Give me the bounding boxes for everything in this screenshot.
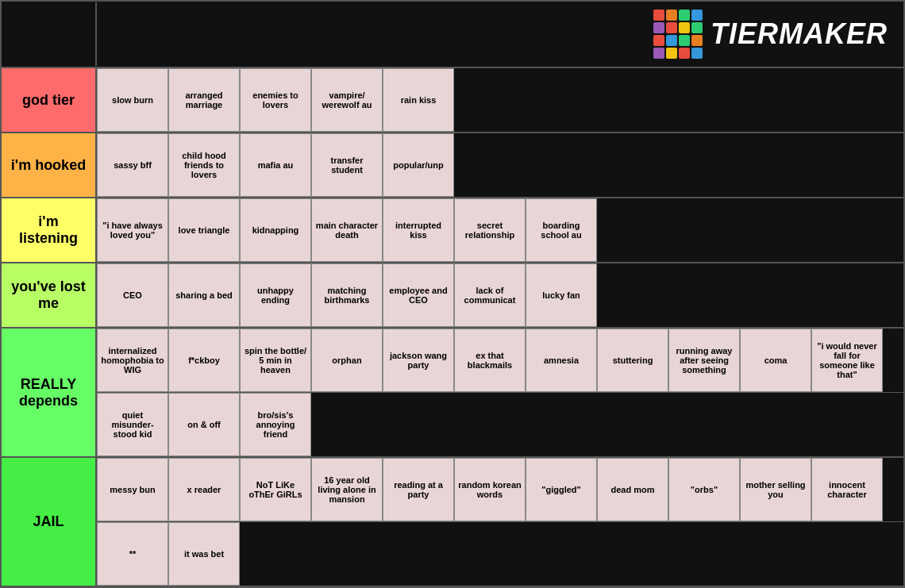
logo-grid-cell	[679, 48, 690, 59]
tier-row-2-0: "i have always loved you"love triangleki…	[97, 198, 903, 262]
logo-text: TiERMAKER	[711, 17, 888, 51]
tier-item: CEO	[97, 263, 168, 327]
tier-item: ex that blackmails	[454, 329, 526, 392]
tier-item: it was bet	[168, 522, 240, 586]
tier-item: arranged marriage	[168, 68, 240, 132]
tier-item: messy bun	[97, 458, 168, 521]
tier-row-spacer	[454, 133, 903, 197]
tier-group-3: you've lost meCEOsharing a bedunhappy en…	[2, 263, 903, 329]
logo-grid-cell	[653, 35, 664, 46]
tier-label-4: REALLY depends	[2, 329, 97, 456]
tier-row-spacer	[240, 522, 903, 586]
tier-rows-3: CEOsharing a bedunhappy endingmatching b…	[97, 263, 903, 327]
tier-item: employee and CEO	[383, 263, 454, 327]
logo-container: TiERMAKER	[653, 10, 888, 59]
tier-item: running away after seeing something	[668, 329, 740, 392]
tier-rows-1: sassy bffchild hood friends to loversmaf…	[97, 133, 903, 197]
tier-item: jackson wang party	[383, 329, 454, 392]
tier-group-2: i'm listening"i have always loved you"lo…	[2, 198, 903, 263]
tier-item: coma	[740, 329, 811, 392]
tier-item: transfer student	[311, 133, 383, 197]
logo-grid-cell	[691, 35, 703, 46]
tier-label-5: JAIL	[2, 458, 97, 586]
logo-grid-cell	[691, 22, 703, 33]
tier-row-spacer	[597, 263, 903, 327]
tier-label-3: you've lost me	[2, 263, 97, 327]
tier-item: lack of communicat	[454, 263, 526, 327]
tier-row-spacer	[883, 329, 903, 392]
tier-item: slow burn	[97, 68, 168, 132]
tier-item: stuttering	[597, 329, 668, 392]
tier-row-4-1: quiet misunder-stood kidon & offbro/sis'…	[97, 393, 903, 456]
tier-item: spin the bottle/ 5 min in heaven	[240, 329, 311, 392]
tier-row-0-0: slow burnarranged marriageenemies to lov…	[97, 68, 903, 132]
tier-group-0: god tierslow burnarranged marriageenemie…	[2, 68, 903, 133]
tier-group-4: REALLY dependsinternalized homophobia to…	[2, 329, 903, 458]
tier-row-4-0: internalized homophobia to WIGf*ckboyspi…	[97, 329, 903, 393]
tier-item: **	[97, 522, 168, 586]
tier-item: child hood friends to lovers	[168, 133, 240, 197]
logo-grid-cell	[666, 48, 677, 59]
tier-item: x reader	[168, 458, 240, 521]
tier-item: random korean words	[454, 458, 526, 521]
tier-label-1: i'm hooked	[2, 133, 97, 197]
tier-item: matching birthmarks	[311, 263, 383, 327]
tier-label-2: i'm listening	[2, 198, 97, 262]
tier-item: quiet misunder-stood kid	[97, 393, 168, 456]
tier-item: "giggled"	[526, 458, 597, 521]
tier-item: 16 year old living alone in mansion	[311, 458, 383, 521]
tier-item: sassy bff	[97, 133, 168, 197]
tier-item: "i have always loved you"	[97, 198, 168, 262]
tier-row-5-0: messy bunx readerNoT LiKe oThEr GiRLs16 …	[97, 458, 903, 522]
tier-item: mother selling you	[740, 458, 811, 521]
logo-grid-cell	[653, 48, 664, 59]
header-row: TiERMAKER	[2, 2, 903, 68]
tier-item: secret relationship	[454, 198, 526, 262]
logo-grid-cell	[679, 22, 690, 33]
tier-item: popular/unp	[383, 133, 454, 197]
logo-grid-cell	[666, 35, 677, 46]
tier-item: internalized homophobia to WIG	[97, 329, 168, 392]
tier-item: rain kiss	[383, 68, 454, 132]
tier-row-spacer	[883, 458, 903, 521]
tier-row-spacer	[311, 393, 903, 456]
tier-item: NoT LiKe oThEr GiRLs	[240, 458, 311, 521]
tier-item: vampire/ werewolf au	[311, 68, 383, 132]
tier-item: amnesia	[526, 329, 597, 392]
tier-group-1: i'm hookedsassy bffchild hood friends to…	[2, 133, 903, 198]
tier-row-3-0: CEOsharing a bedunhappy endingmatching b…	[97, 263, 903, 327]
logo-grid-cell	[691, 10, 703, 21]
tier-rows-0: slow burnarranged marriageenemies to lov…	[97, 68, 903, 132]
logo-grid-cell	[679, 10, 690, 21]
logo-grid-cell	[666, 10, 677, 21]
logo-grid-cell	[691, 48, 703, 59]
logo-grid-cell	[653, 22, 664, 33]
tier-item: interrupted kiss	[383, 198, 454, 262]
tier-item: reading at a party	[383, 458, 454, 521]
tier-item: sharing a bed	[168, 263, 240, 327]
tier-item: "i would never fall for someone like tha…	[811, 329, 883, 392]
tier-item: lucky fan	[526, 263, 597, 327]
tier-row-spacer	[597, 198, 903, 262]
tier-row-1-0: sassy bffchild hood friends to loversmaf…	[97, 133, 903, 197]
tier-item: mafia au	[240, 133, 311, 197]
tier-item: enemies to lovers	[240, 68, 311, 132]
tier-item: "orbs"	[668, 458, 740, 521]
tier-item: main character death	[311, 198, 383, 262]
tier-item: bro/sis's annoying friend	[240, 393, 311, 456]
header-spacer	[2, 2, 97, 66]
tier-group-5: JAILmessy bunx readerNoT LiKe oThEr GiRL…	[2, 458, 903, 587]
tier-rows-5: messy bunx readerNoT LiKe oThEr GiRLs16 …	[97, 458, 903, 586]
logo-grid-cell	[653, 10, 664, 21]
tier-rows-4: internalized homophobia to WIGf*ckboyspi…	[97, 329, 903, 456]
tier-item: unhappy ending	[240, 263, 311, 327]
tier-item: on & off	[168, 393, 240, 456]
tier-item: dead mom	[597, 458, 668, 521]
header-logo: TiERMAKER	[97, 2, 903, 67]
tier-label-0: god tier	[2, 68, 97, 132]
tier-row-5-1: **it was bet	[97, 522, 903, 586]
tier-rows-2: "i have always loved you"love triangleki…	[97, 198, 903, 262]
logo-grid-cell	[679, 35, 690, 46]
logo-grid	[653, 10, 703, 59]
tier-item: orphan	[311, 329, 383, 392]
